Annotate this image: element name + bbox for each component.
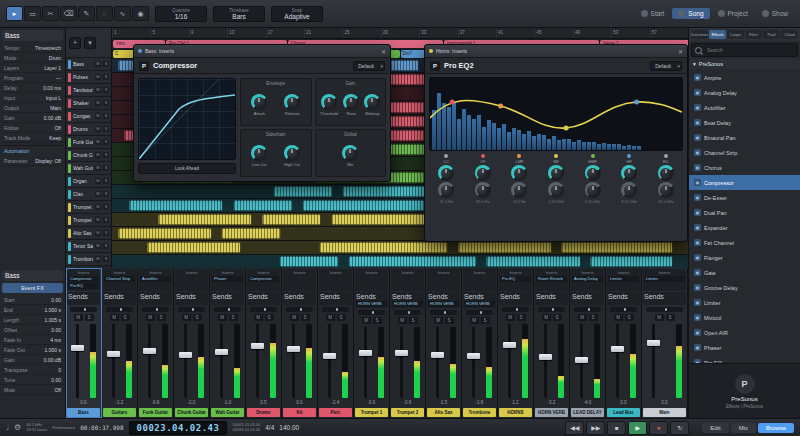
solo-button[interactable]: S (103, 230, 109, 236)
mixer-channel-trombone[interactable]: InsertsSendsHORN VERBMS-1.8Trombone (462, 268, 498, 418)
fader-handle[interactable] (647, 340, 660, 346)
browser-tab-effects[interactable]: Effects (709, 30, 726, 39)
track-header[interactable]: PulsesMS (66, 71, 111, 84)
audio-event[interactable] (486, 256, 580, 267)
inspector-row[interactable]: ModeDrum (2, 53, 63, 63)
fader-track[interactable] (652, 324, 655, 398)
fader-track[interactable] (256, 324, 259, 398)
pan-control[interactable] (358, 310, 385, 315)
fader-track[interactable] (148, 324, 151, 398)
eraser-tool[interactable]: ⌫ (60, 6, 77, 21)
effect-item[interactable]: ▣De-Esser (689, 190, 800, 205)
knob-makeup[interactable]: Makeup (364, 94, 380, 116)
mixer-channel-guitars[interactable]: InsertsChannel StripSendsMS-1.2Guitars (102, 268, 138, 418)
pan-control[interactable] (646, 307, 683, 312)
eq-spectrum-display[interactable] (429, 77, 683, 151)
effect-item[interactable]: ▣Fat Channel (689, 235, 800, 250)
view-button-edit[interactable]: Edit (702, 423, 728, 433)
pan-control[interactable] (538, 307, 565, 312)
browser-search[interactable] (691, 43, 798, 57)
audio-event[interactable] (262, 214, 322, 225)
fader-handle[interactable] (611, 346, 624, 352)
fader-track[interactable] (76, 324, 79, 398)
knob-mix[interactable]: Mix (342, 145, 358, 167)
mixer-channel-drums[interactable]: InsertsCompressorSendsMS0.5Drums (246, 268, 282, 418)
loop-end[interactable]: 00033.01.01.00 (232, 428, 260, 433)
pan-control[interactable] (142, 307, 169, 312)
insert-slot[interactable]: Autofilter (140, 276, 171, 282)
event-property-row[interactable]: Fade In4 ms (2, 335, 63, 345)
stop-button[interactable]: ■ (607, 421, 626, 435)
solo-button[interactable]: S (103, 165, 109, 171)
track-header[interactable]: Wah GuitarMS (66, 162, 111, 175)
timebase-display[interactable]: Timebase Bars (213, 6, 265, 22)
solo-button[interactable]: S (103, 126, 109, 132)
solo-button[interactable]: S (409, 317, 418, 324)
mute-button[interactable]: M (655, 314, 664, 321)
fader-handle[interactable] (539, 354, 552, 360)
inspector-row[interactable]: Delay0.00 ms (2, 83, 63, 93)
timeline-ruler[interactable]: 159131721252933374145495357 (112, 28, 688, 39)
track-header[interactable]: Chunk GuitarMS (66, 149, 111, 162)
bend-tool[interactable]: ∿ (114, 6, 131, 21)
solo-button[interactable]: S (553, 314, 562, 321)
solo-button[interactable]: S (481, 317, 490, 324)
fader-handle[interactable] (143, 348, 156, 354)
page-show[interactable]: Show (756, 8, 794, 19)
mixer-channel-perc[interactable]: InsertsSendsMS-2.4Perc (318, 268, 354, 418)
effect-item[interactable]: ▣Channel Strip (689, 145, 800, 160)
fader-handle[interactable] (179, 352, 192, 358)
knob-release[interactable]: Release (284, 94, 300, 116)
audio-event[interactable] (273, 186, 333, 197)
mixer-channel-main[interactable]: InsertsLimiterSendsMS0.0Main (642, 268, 688, 418)
effect-item[interactable]: ▣Beat Delay (689, 115, 800, 130)
solo-button[interactable]: S (103, 113, 109, 119)
fader-track[interactable] (112, 324, 115, 398)
event-property-row[interactable]: MuteOff (2, 385, 63, 395)
browser-tab-cloud[interactable]: Cloud (781, 30, 798, 39)
insert-slot[interactable]: Pro EQ (500, 276, 531, 282)
mute-button[interactable]: M (362, 317, 371, 324)
event-property-row[interactable]: Fade Out1.000 s (2, 345, 63, 355)
solo-button[interactable]: S (103, 100, 109, 106)
insert-slot[interactable]: Pro EQ (68, 283, 99, 289)
mute-button[interactable]: M (110, 314, 119, 321)
close-icon[interactable]: ✕ (678, 48, 683, 55)
insert-slot[interactable]: Compressor (248, 276, 279, 282)
mixer-channel-chunk-guitar[interactable]: InsertsSendsMS-2.0Chunk Guitar (174, 268, 210, 418)
mute-button[interactable]: M (398, 317, 407, 324)
track-lane[interactable] (112, 241, 688, 255)
track-header[interactable]: ClavMS (66, 188, 111, 201)
effect-item[interactable]: ▣Limiter (689, 295, 800, 310)
effect-item[interactable]: ▣Dual Pan (689, 205, 800, 220)
insert-slot[interactable]: Room Reverb (536, 276, 567, 282)
compressor-plugin-window[interactable]: Bass: Inserts ✕ P Compressor Default Loo… (133, 44, 391, 182)
fader-handle[interactable] (395, 350, 408, 356)
mixer-channel-lead-delay[interactable]: InsertsAnalog DelaySendsMS-4.0LEAD DELAY (570, 268, 606, 418)
fader-handle[interactable] (215, 349, 228, 355)
solo-button[interactable]: S (589, 314, 598, 321)
loop-button[interactable]: ↻ (670, 421, 689, 435)
mute-button[interactable]: M (290, 314, 299, 321)
insert-slot[interactable]: Compressor (68, 276, 99, 282)
fader-handle[interactable] (107, 351, 120, 357)
knob-high-cut[interactable]: High Cut (284, 145, 300, 167)
look-ahead-button[interactable]: Look Ahead (138, 163, 236, 174)
solo-button[interactable]: S (103, 152, 109, 158)
event-property-row[interactable]: Gain0.00 dB (2, 355, 63, 365)
solo-button[interactable]: S (103, 217, 109, 223)
mute-button[interactable]: M (470, 317, 479, 324)
freq-knob[interactable] (585, 182, 601, 198)
insert-slot[interactable]: Limiter (608, 276, 639, 282)
fader-track[interactable] (436, 327, 439, 398)
solo-button[interactable]: S (445, 317, 454, 324)
page-song[interactable]: Song (672, 8, 709, 19)
main-time-counter[interactable]: 00023.04.02.43 (129, 421, 228, 435)
pan-control[interactable] (610, 307, 637, 312)
solo-button[interactable]: S (193, 314, 202, 321)
knob-ratio[interactable]: Ratio (343, 94, 359, 116)
freq-knob[interactable] (511, 182, 527, 198)
pan-control[interactable] (466, 310, 493, 315)
audio-event[interactable] (129, 200, 223, 211)
knob-low-cut[interactable]: Low Cut (251, 145, 267, 167)
